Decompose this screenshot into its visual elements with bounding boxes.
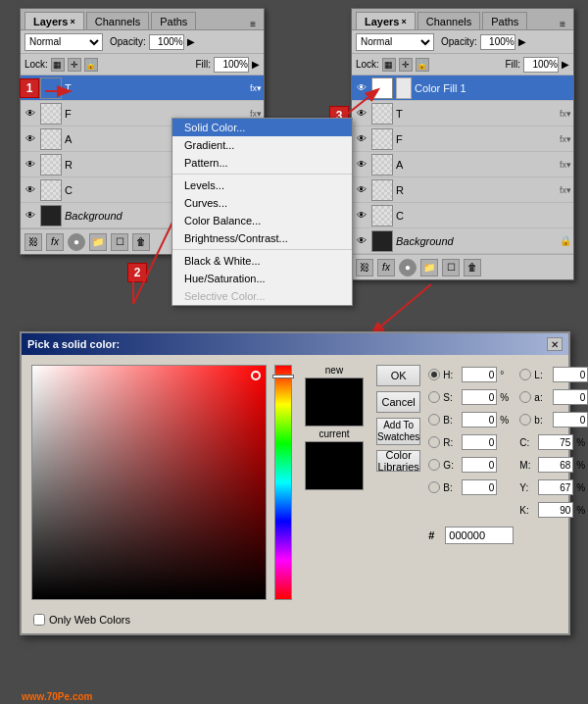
color-libraries-button[interactable]: Color Libraries: [376, 450, 420, 472]
right-layer-T[interactable]: 👁 T fx▾: [352, 101, 573, 126]
menu-solid-color[interactable]: Solid Color...: [172, 119, 352, 136]
blue-input[interactable]: [462, 479, 497, 495]
left-fill-input[interactable]: [214, 57, 249, 73]
right-footer-new[interactable]: ☐: [442, 259, 460, 277]
right-eye-A[interactable]: 👁: [354, 157, 369, 173]
menu-hue[interactable]: Hue/Saturation...: [172, 270, 352, 287]
left-opacity-input[interactable]: [149, 34, 184, 50]
blue-radio[interactable]: [428, 481, 440, 493]
left-panel-close[interactable]: ≡: [246, 19, 260, 29]
right-lock-all[interactable]: 🔒: [416, 58, 429, 72]
sat-radio[interactable]: [428, 391, 440, 403]
right-eye-C[interactable]: 👁: [354, 208, 369, 224]
color-saturation-field[interactable]: [31, 365, 267, 600]
left-eye-C[interactable]: 👁: [23, 182, 38, 198]
right-eye-colorfill[interactable]: 👁: [354, 80, 369, 96]
right-eye-T[interactable]: 👁: [354, 106, 369, 122]
M-input[interactable]: [538, 457, 573, 473]
right-footer-folder[interactable]: 📁: [420, 259, 438, 277]
right-layer-R[interactable]: 👁 R fx▾: [352, 177, 573, 203]
only-web-checkbox[interactable]: [33, 614, 45, 626]
right-tab-layers[interactable]: Layers ×: [356, 12, 416, 29]
right-lock-move[interactable]: ✛: [399, 58, 413, 72]
left-layer-T[interactable]: 👁 T fx▾: [21, 75, 264, 101]
right-tab-paths[interactable]: Paths: [482, 12, 527, 29]
hue-input[interactable]: [462, 367, 497, 382]
right-lock-pixels[interactable]: ▦: [382, 58, 396, 72]
right-layer-F[interactable]: 👁 F fx▾: [352, 126, 573, 152]
right-eye-R[interactable]: 👁: [354, 182, 369, 198]
red-input[interactable]: [462, 434, 497, 450]
right-fill-arrow[interactable]: ▶: [562, 59, 569, 70]
right-footer-link[interactable]: ⛓: [356, 259, 373, 277]
menu-color-balance[interactable]: Color Balance...: [172, 212, 352, 229]
add-to-swatches-button[interactable]: Add To Swatches: [376, 418, 420, 445]
preview-new-swatch[interactable]: [305, 377, 364, 427]
right-panel-close[interactable]: ≡: [556, 19, 569, 29]
L-radio[interactable]: [519, 369, 531, 380]
menu-bw[interactable]: Black & White...: [172, 252, 352, 270]
right-tab-channels[interactable]: Channels: [417, 12, 480, 29]
left-tab-paths[interactable]: Paths: [151, 12, 196, 29]
K-unit: %: [576, 505, 588, 516]
left-opacity-arrow[interactable]: ▶: [187, 36, 195, 47]
left-tab-layers[interactable]: Layers ×: [24, 12, 84, 29]
right-layer-C[interactable]: 👁 C: [352, 203, 573, 228]
right-eye-bg[interactable]: 👁: [354, 233, 369, 249]
left-blend-select[interactable]: Normal: [24, 33, 103, 51]
green-input[interactable]: [462, 457, 497, 473]
hue-radio[interactable]: [428, 369, 440, 380]
right-opacity-input[interactable]: [480, 34, 515, 50]
menu-levels[interactable]: Levels...: [172, 176, 352, 194]
right-layer-colorfill[interactable]: 👁 Color Fill 1: [352, 75, 573, 101]
right-layer-A[interactable]: 👁 A fx▾: [352, 152, 573, 177]
cancel-button[interactable]: Cancel: [376, 391, 420, 413]
right-layer-background[interactable]: 👁 Background 🔒: [352, 228, 573, 254]
hue-slider[interactable]: [274, 365, 292, 600]
a-radio[interactable]: [519, 391, 531, 403]
left-fill-arrow[interactable]: ▶: [252, 59, 260, 70]
right-blend-select[interactable]: Normal: [356, 33, 434, 51]
right-footer-fx[interactable]: fx: [377, 259, 395, 277]
bri-input[interactable]: [462, 412, 497, 427]
left-eye-A[interactable]: 👁: [23, 131, 38, 147]
menu-pattern[interactable]: Pattern...: [172, 154, 352, 172]
left-footer-fx[interactable]: fx: [46, 233, 64, 251]
left-lock-pixels[interactable]: ▦: [51, 58, 65, 72]
menu-curves[interactable]: Curves...: [172, 194, 352, 212]
C-input[interactable]: [538, 434, 573, 450]
left-footer-new[interactable]: ☐: [111, 233, 128, 251]
green-radio[interactable]: [428, 459, 440, 471]
left-tab-channels[interactable]: Channels: [86, 12, 149, 29]
left-lock-move[interactable]: ✛: [68, 58, 81, 72]
sat-input[interactable]: [462, 389, 497, 405]
left-eye-R[interactable]: 👁: [23, 157, 38, 173]
Y-input[interactable]: [538, 479, 573, 495]
dialog-close-button[interactable]: ✕: [547, 337, 563, 351]
ok-button[interactable]: OK: [376, 365, 420, 386]
b-radio[interactable]: [519, 414, 531, 426]
red-radio[interactable]: [428, 436, 440, 448]
left-footer-trash[interactable]: 🗑: [132, 233, 150, 251]
menu-gradient[interactable]: Gradient...: [172, 136, 352, 154]
preview-current-swatch[interactable]: [305, 441, 364, 490]
right-eye-F[interactable]: 👁: [354, 131, 369, 147]
bri-radio[interactable]: [428, 414, 440, 426]
right-fill-input[interactable]: [523, 57, 559, 73]
menu-brightness[interactable]: Brightness/Contrast...: [172, 229, 352, 247]
left-eye-F[interactable]: 👁: [23, 106, 38, 122]
right-opacity-arrow[interactable]: ▶: [518, 36, 526, 47]
only-web-label: Only Web Colors: [49, 614, 130, 626]
left-footer-link[interactable]: ⛓: [24, 233, 42, 251]
b-input[interactable]: [553, 412, 588, 427]
left-footer-folder[interactable]: 📁: [89, 233, 107, 251]
a-input[interactable]: [553, 389, 588, 405]
right-footer-trash[interactable]: 🗑: [464, 259, 481, 277]
L-input[interactable]: [553, 367, 588, 382]
left-eye-bg[interactable]: 👁: [23, 208, 38, 224]
left-lock-all[interactable]: 🔒: [84, 58, 98, 72]
hex-input[interactable]: [445, 527, 514, 544]
left-footer-circle[interactable]: ●: [68, 233, 85, 251]
right-footer-circle[interactable]: ●: [399, 259, 416, 277]
K-input[interactable]: [538, 502, 573, 518]
